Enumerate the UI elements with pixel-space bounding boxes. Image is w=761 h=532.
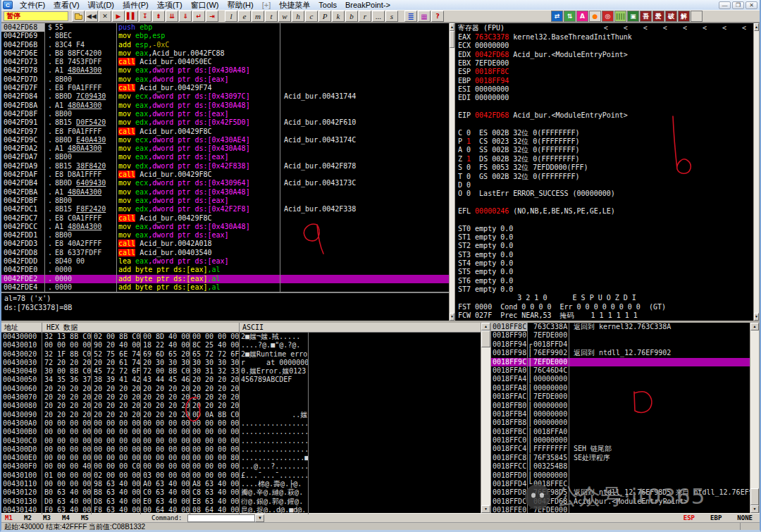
disasm-row[interactable]: 0042FD97.E8 F0A1FFFFcall Acid_bur.00429F… — [1, 128, 449, 136]
scroll-thumb[interactable] — [450, 31, 454, 48]
register-line[interactable]: S 0 FS 0053 32位 7EFDD000(FFF) — [455, 163, 753, 172]
toolbar-letter-k[interactable]: k — [332, 11, 345, 22]
register-line[interactable]: FST 0000 Cond 0 0 0 0 Err 0 0 0 0 0 0 0 … — [455, 303, 753, 311]
menu-item-w[interactable]: 窗口(W) — [187, 1, 223, 10]
dump-scrollbar[interactable]: ▲ ▼ — [481, 323, 491, 513]
stack-row[interactable]: 0018FFC0│00000000 — [491, 436, 750, 445]
register-line[interactable]: ESI 00000000 — [455, 85, 753, 94]
register-line[interactable]: O 0 LastErr ERROR_SUCCESS (00000000) — [455, 190, 753, 198]
plugin-green-box-icon[interactable]: ▣ — [627, 11, 639, 22]
register-line[interactable]: ST6 empty 0.0 — [455, 277, 753, 285]
register-line[interactable] — [455, 103, 753, 111]
trace-into-button[interactable]: ⇊ — [166, 11, 178, 22]
dump-row[interactable]: 004300E000 00 00 0000 00 00 0000 00 00 0… — [1, 454, 481, 462]
scroll-down-icon[interactable]: ▼ — [450, 313, 454, 321]
register-line[interactable]: EFL 00000246 (NO,NB,E,BE,NS,PE,GE,LE) — [455, 207, 753, 216]
register-line[interactable]: EDX 0042FD68 Acid_bur.<ModuleEntryPoint> — [455, 51, 753, 59]
disasm-row[interactable]: 0042FD9C.8B0D E40A430mov ecx,dword ptr d… — [1, 136, 449, 144]
disasm-row[interactable]: 0042FDCC.A1 480A4300mov eax,dword ptr ds… — [1, 223, 449, 231]
pulldown-mark[interactable]: < — [643, 23, 648, 33]
pause-button[interactable]: ▌▌ — [125, 11, 138, 22]
dump-row[interactable]: 004300C000 00 00 0000 00 00 0000 00 00 0… — [1, 437, 481, 445]
stack-row[interactable]: 0018FFBC│0018FFA0 — [491, 428, 750, 436]
disasm-row[interactable]: 0042FD7F.E8 F0A1FFFFcall Acid_bur.00429F… — [1, 84, 449, 92]
menu-item-h[interactable]: 帮助(H) — [223, 1, 257, 10]
disasm-row[interactable]: 0042FDD1.8B00mov eax,dword ptr ds:[eax] — [1, 231, 449, 240]
memory-dump-pane[interactable]: 地址 HEX 数据 ASCII 0043000032 13 8B C002 00… — [1, 323, 481, 513]
disasm-row[interactable]: 0042FDC7.E8 C0A1FFFFcall Acid_bur.00429F… — [1, 214, 449, 223]
disasm-row[interactable]: 0042FD78.A1 480A4300mov eax,dword ptr ds… — [1, 66, 449, 75]
memory-tab-m5[interactable]: M5 — [78, 514, 97, 521]
menu-item-t[interactable]: 选项(T) — [153, 1, 187, 10]
stack-row[interactable]: 0018FFA0│76C46D4C — [491, 366, 750, 375]
windows-icon[interactable]: ▦ — [418, 11, 431, 22]
disasm-row[interactable]: 0042FD7D.8B00mov eax,dword ptr ds:[eax] — [1, 75, 449, 84]
stack-row[interactable]: 0018FF90 7EFDE000 — [491, 331, 750, 340]
scroll-up-icon[interactable]: ▲ — [754, 23, 759, 31]
pulldown-mark[interactable]: < — [683, 23, 687, 33]
disasm-row[interactable]: 0042FD91.8B15 D0F5420mov edx,dword ptr d… — [1, 118, 449, 127]
disasm-row[interactable]: 0042FD68$55push ebp — [1, 23, 449, 32]
register-line[interactable]: ST2 empty 0.0 — [455, 242, 753, 250]
register-line[interactable]: P 1 CS 0023 32位 0(FFFFFFFF) — [455, 137, 753, 146]
restore-button[interactable]: ❐ — [732, 1, 744, 9]
dump-row[interactable]: 0043001000 00 00 0090 20 40 0018 22 40 0… — [1, 341, 481, 349]
dump-row[interactable]: 0043011000 00 00 0098 63 40 00A0 63 40 0… — [1, 480, 481, 488]
dump-row[interactable]: 00430130D0 63 40 00D8 63 40 00E0 63 40 0… — [1, 497, 481, 506]
stack-row[interactable]: 0018FFD0│00000000 — [491, 471, 750, 480]
menu-item-p[interactable]: 插件(P) — [118, 1, 153, 10]
register-line[interactable]: ESP 0018FF8C — [455, 68, 753, 76]
disasm-row[interactable]: 0042FDE4.0000add byte ptr ds:[eax],al — [1, 283, 449, 292]
menu-item-breakpoint[interactable]: BreakPoint-> — [341, 1, 395, 10]
scroll-down-icon[interactable]: ▼ — [750, 505, 759, 513]
scroll-up-icon[interactable]: ▲ — [481, 323, 490, 330]
toolbar-letter-e[interactable]: e — [238, 11, 251, 22]
disasm-row[interactable]: 0042FDA7.8B00mov eax,dword ptr ds:[eax] — [1, 153, 449, 161]
dump-row[interactable]: 0043000032 13 8B C002 00 8B C000 8D 40 0… — [1, 333, 481, 341]
stack-row[interactable]: 0018FFA8│00000000 — [491, 384, 750, 392]
toolbar-letter-t[interactable]: t — [265, 11, 278, 22]
disasm-row[interactable]: 0042FDE2.0000add byte ptr ds:[eax],al — [1, 275, 449, 283]
scroll-thumb[interactable] — [750, 488, 759, 505]
disasm-row[interactable]: 0042FD6B.83C4 F4add esp,-0xC — [1, 41, 449, 49]
plugin-swap-icon[interactable]: ⇄ — [551, 11, 563, 22]
plugin-a-icon[interactable]: A — [576, 11, 588, 22]
disasm-row[interactable]: 0042FD8F.8B00mov eax,dword ptr ds:[eax] — [1, 110, 449, 118]
pulldown-mark[interactable]: < — [624, 23, 628, 33]
register-line[interactable]: EDI 00000000 — [455, 94, 753, 102]
restart-button[interactable]: ◀◀ — [85, 11, 98, 22]
scroll-up-icon[interactable]: ▲ — [450, 23, 454, 31]
disasm-row[interactable]: 0042FD8A.A1 480A4300mov eax,dword ptr ds… — [1, 101, 449, 110]
register-line[interactable]: C 0 ES 002B 32位 0(FFFFFFFF) — [455, 129, 753, 137]
scroll-up-icon[interactable]: ▲ — [750, 323, 759, 330]
pulldown-mark[interactable]: < — [703, 23, 707, 33]
execute-till-return-button[interactable]: ↵ — [192, 11, 205, 22]
register-line[interactable]: Z 1 DS 002B 32位 0(FFFFFFFF) — [455, 155, 753, 163]
open-file-button[interactable] — [72, 11, 85, 22]
menu-item-d[interactable]: 调试(D) — [84, 1, 118, 10]
stack-row[interactable]: 0018FFE0 7EFDE000 — [491, 506, 750, 513]
disasm-row[interactable]: 0042FDE0.0000add byte ptr ds:[eax],al — [1, 266, 449, 274]
register-line[interactable]: ST7 empty 0.0 — [455, 285, 753, 294]
dump-row[interactable]: 004300B000 00 00 0000 00 00 0000 00 00 0… — [1, 428, 481, 436]
close-program-button[interactable]: ✕ — [99, 11, 111, 22]
register-line[interactable]: A 0 SS 002B 32位 0(FFFFFFFF) — [455, 146, 753, 154]
menu-item-f[interactable]: 文件(F) — [16, 1, 49, 10]
toolbar-letter-h[interactable]: h — [292, 11, 304, 22]
dump-row[interactable]: 0043006020 20 20 2020 20 20 2020 20 20 2… — [1, 385, 481, 393]
memory-tab-m4[interactable]: M4 — [58, 514, 78, 521]
toolbar-letter-m[interactable]: m — [252, 11, 264, 22]
chevron-down-icon[interactable]: ▼ — [255, 514, 264, 522]
plugin-updown-icon[interactable]: ⇅ — [564, 11, 576, 22]
register-line[interactable]: ST5 empty 0.0 — [455, 268, 753, 276]
log-list-icon[interactable]: ≣ — [404, 11, 417, 22]
scroll-down-icon[interactable]: ▼ — [481, 505, 490, 513]
step-over-button[interactable]: ⇟ — [152, 11, 165, 22]
menu-item-tools[interactable]: Tools — [314, 1, 341, 10]
toolbar-letter-w[interactable]: w — [278, 11, 291, 22]
trace-over-button[interactable]: ⇓ — [179, 11, 192, 22]
register-line[interactable]: EBX 7EFDE000 — [455, 59, 753, 68]
stack-row[interactable]: 0018FFDC 0042FD68Acid_bur.<ModuleEntryPo… — [491, 497, 750, 506]
register-line[interactable]: D 0 — [455, 181, 753, 190]
disasm-row[interactable]: 0042FD73.E8 7453FDFFcall Acid_bur.004050… — [1, 58, 449, 66]
